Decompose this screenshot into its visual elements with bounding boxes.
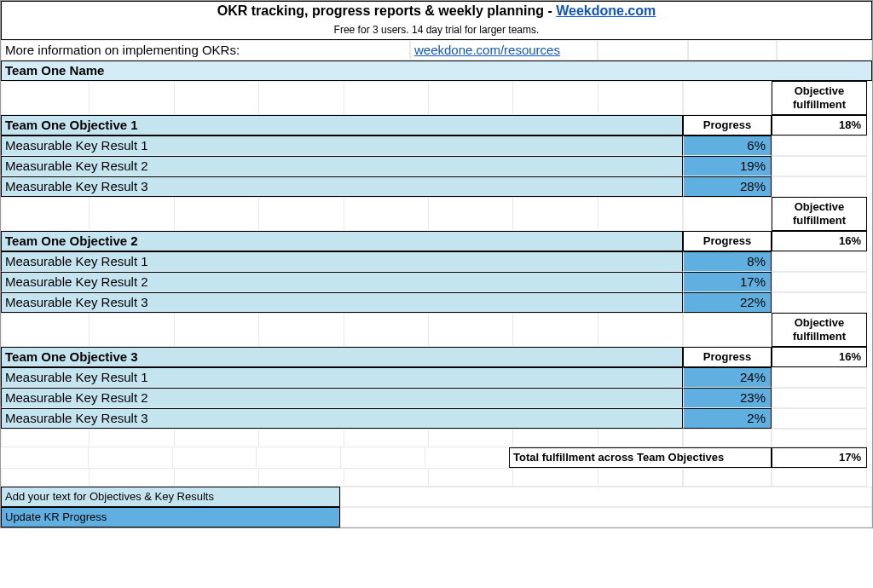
objective-fulfillment-value: 16% (772, 231, 867, 251)
empty-row (1, 468, 683, 487)
spreadsheet: OKR tracking, progress reports & weekly … (0, 0, 873, 528)
objective-fulfillment-header: Objective fulfillment (772, 313, 867, 347)
page-title: OKR tracking, progress reports & weekly … (1, 1, 872, 20)
empty-cell (683, 313, 772, 347)
key-result-name[interactable]: Measurable Key Result 3 (1, 408, 683, 429)
objective-fulfillment-header: Objective fulfillment (772, 81, 867, 115)
objective-fulfillment-value: 16% (772, 347, 867, 367)
title-link[interactable]: Weekdone.com (556, 3, 656, 18)
info-label: More information on implementing OKRs: (1, 40, 410, 61)
empty-cell (683, 81, 772, 115)
progress-header: Progress (683, 231, 772, 251)
empty-row (1, 197, 683, 231)
key-result-progress[interactable]: 8% (683, 251, 772, 272)
title-prefix: OKR tracking, progress reports & weekly … (217, 3, 556, 18)
key-result-progress[interactable]: 24% (683, 367, 772, 388)
empty-row (1, 429, 683, 447)
empty-cell (688, 40, 777, 61)
key-result-progress[interactable]: 28% (683, 176, 772, 197)
key-result-name[interactable]: Measurable Key Result 2 (1, 388, 683, 408)
key-result-progress[interactable]: 6% (683, 135, 772, 156)
empty-cell (772, 367, 867, 388)
empty-cell (683, 197, 772, 231)
info-link-cell: weekdone.com/resources (410, 40, 598, 61)
page-subtitle: Free for 3 users. 14 day trial for large… (1, 20, 872, 40)
info-link[interactable]: weekdone.com/resources (414, 43, 560, 58)
empty-cell (772, 388, 867, 408)
key-result-name[interactable]: Measurable Key Result 1 (1, 135, 683, 156)
objective-title[interactable]: Team One Objective 2 (1, 231, 683, 251)
empty-cell (772, 272, 867, 292)
key-result-name[interactable]: Measurable Key Result 2 (1, 272, 683, 292)
key-result-name[interactable]: Measurable Key Result 3 (1, 176, 683, 197)
empty-cell (772, 176, 867, 197)
key-result-name[interactable]: Measurable Key Result 1 (1, 251, 683, 272)
objective-fulfillment-header: Objective fulfillment (772, 197, 867, 231)
empty-cell (772, 408, 867, 429)
objective-title[interactable]: Team One Objective 3 (1, 347, 683, 367)
empty-cell (777, 40, 872, 61)
empty-cell (598, 40, 688, 61)
empty-row (1, 81, 683, 115)
empty-cell (772, 292, 867, 313)
key-result-name[interactable]: Measurable Key Result 3 (1, 292, 683, 313)
empty-cell (772, 251, 867, 272)
empty-cell (772, 156, 867, 176)
key-result-name[interactable]: Measurable Key Result 1 (1, 367, 683, 388)
total-fulfillment-value: 17% (772, 447, 867, 468)
key-result-progress[interactable]: 22% (683, 292, 772, 313)
key-result-progress[interactable]: 2% (683, 408, 772, 429)
progress-header: Progress (683, 115, 772, 135)
objective-title[interactable]: Team One Objective 1 (1, 115, 683, 135)
key-result-progress[interactable]: 17% (683, 272, 772, 292)
key-result-name[interactable]: Measurable Key Result 2 (1, 156, 683, 176)
total-fulfillment-label: Total fulfillment across Team Objectives (509, 447, 772, 468)
team-name[interactable]: Team One Name (1, 61, 872, 81)
key-result-progress[interactable]: 23% (683, 388, 772, 408)
key-result-progress[interactable]: 19% (683, 156, 772, 176)
empty-row (1, 313, 683, 347)
objective-fulfillment-value: 18% (772, 115, 867, 135)
progress-header: Progress (683, 347, 772, 367)
legend-update-progress[interactable]: Update KR Progress (1, 507, 340, 527)
legend-add-text[interactable]: Add your text for Objectives & Key Resul… (1, 487, 340, 507)
empty-cell (772, 135, 867, 156)
